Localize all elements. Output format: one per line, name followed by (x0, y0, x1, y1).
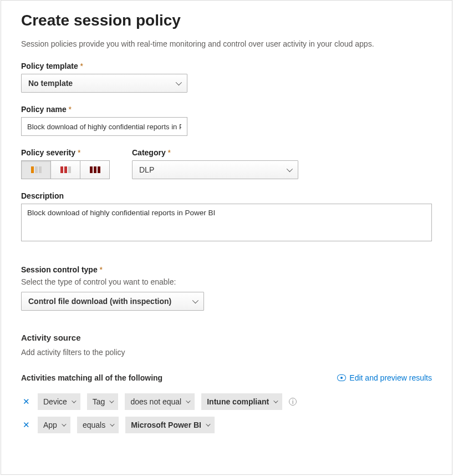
severity-bar-icon (68, 166, 71, 173)
severity-category-row: Policy severity C (21, 148, 432, 179)
filter-sub-pill[interactable]: Tag (87, 393, 119, 410)
severity-medium-button[interactable] (50, 161, 80, 179)
chevron-down-icon (110, 422, 114, 426)
policy-template-value: No template (28, 79, 73, 88)
severity-high-button[interactable] (80, 161, 109, 179)
policy-severity-field: Policy severity (21, 148, 110, 179)
session-control-helper: Select the type of control you want to e… (21, 277, 432, 286)
filter-sub-label: Tag (93, 397, 105, 406)
filter-operator-pill[interactable]: does not equal (125, 393, 195, 410)
session-control-dropdown[interactable]: Control file download (with inspection) (21, 292, 204, 311)
filter-value-label: Intune compliant (207, 397, 269, 406)
category-dropdown[interactable]: DLP (132, 160, 298, 179)
severity-low-button[interactable] (22, 161, 50, 179)
policy-template-dropdown[interactable]: No template (21, 74, 187, 93)
page-subtitle: Session policies provide you with real-t… (21, 39, 432, 48)
severity-bar-icon (94, 166, 96, 173)
activity-source-title: Activity source (21, 333, 432, 342)
edit-preview-link[interactable]: Edit and preview results (337, 373, 432, 382)
session-control-label: Session control type (21, 265, 432, 274)
session-control-value: Control file download (with inspection) (28, 297, 171, 306)
policy-name-label: Policy name (21, 105, 432, 114)
policy-template-label: Policy template (21, 62, 432, 70)
filter-field-label: App (43, 421, 57, 429)
filter-operator-label: equals (83, 421, 105, 429)
eye-icon (337, 374, 346, 381)
edit-preview-label: Edit and preview results (349, 373, 432, 382)
severity-bar-icon (98, 166, 100, 173)
filters-header: Activities matching all of the following… (21, 373, 432, 382)
filter-value-label: Microsoft Power BI (131, 421, 201, 429)
create-session-policy-page: Create session policy Session policies p… (1, 0, 452, 475)
filter-operator-pill[interactable]: equals (77, 417, 119, 433)
filter-operator-label: does not equal (130, 397, 181, 406)
severity-bar-icon (31, 166, 34, 173)
filter-field-pill[interactable]: App (38, 417, 70, 433)
chevron-down-icon (62, 422, 66, 426)
severity-bar-icon (64, 166, 67, 173)
session-control-field: Session control type Select the type of … (21, 265, 432, 311)
activity-source-helper: Add activity filters to the policy (21, 348, 432, 357)
policy-name-field: Policy name (21, 105, 432, 136)
policy-severity-label: Policy severity (21, 148, 110, 157)
category-label: Category (132, 148, 298, 157)
description-label: Description (21, 191, 432, 200)
filter-value-pill[interactable]: Microsoft Power BI (125, 417, 215, 433)
filter-row: ✕DeviceTagdoes not equalIntune compliant… (21, 393, 432, 410)
severity-bar-icon (90, 166, 93, 173)
remove-filter-icon[interactable]: ✕ (21, 397, 31, 407)
policy-template-field: Policy template No template (21, 62, 432, 93)
severity-bar-icon (39, 166, 42, 173)
chevron-down-icon (110, 398, 114, 403)
category-field: Category DLP (132, 148, 298, 179)
chevron-down-icon (287, 166, 293, 172)
activities-matching-label: Activities matching all of the following (21, 373, 162, 382)
description-textarea[interactable] (21, 204, 432, 241)
severity-bar-icon (35, 166, 38, 173)
chevron-down-icon (186, 398, 190, 403)
chevron-down-icon (72, 398, 76, 403)
policy-name-input[interactable] (21, 117, 187, 136)
info-icon[interactable]: i (289, 398, 297, 406)
description-field: Description (21, 191, 432, 243)
chevron-down-icon (206, 422, 210, 426)
severity-toggle-group (21, 160, 110, 179)
filter-rows-container: ✕DeviceTagdoes not equalIntune compliant… (21, 393, 432, 433)
category-value: DLP (139, 165, 154, 174)
filter-field-label: Device (43, 397, 67, 406)
filter-field-pill[interactable]: Device (38, 393, 80, 410)
filter-value-pill[interactable]: Intune compliant (201, 393, 282, 410)
severity-bar-icon (60, 166, 63, 173)
remove-filter-icon[interactable]: ✕ (21, 420, 31, 430)
chevron-down-icon (273, 398, 278, 403)
page-title: Create session policy (21, 12, 432, 29)
chevron-down-icon (192, 297, 198, 303)
filter-row: ✕AppequalsMicrosoft Power BI (21, 417, 432, 433)
chevron-down-icon (176, 79, 182, 85)
